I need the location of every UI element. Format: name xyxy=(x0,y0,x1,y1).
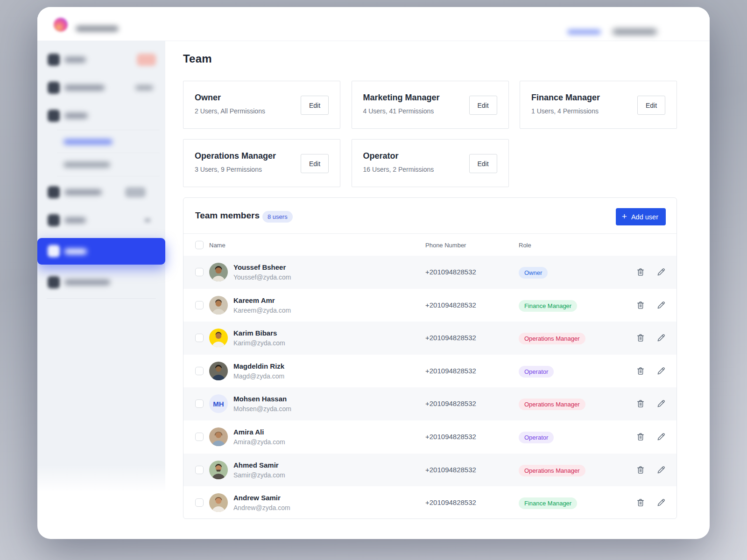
row-checkbox[interactable] xyxy=(195,466,204,474)
delete-user-icon[interactable] xyxy=(636,432,645,441)
edit-role-button[interactable]: Edit xyxy=(637,96,665,115)
table-row: Andrew Samir Andrew@zyda.com +2010948285… xyxy=(183,486,677,519)
row-checkbox[interactable] xyxy=(195,334,204,342)
edit-role-button[interactable]: Edit xyxy=(301,154,329,173)
member-phone: +201094828532 xyxy=(425,399,476,407)
avatar xyxy=(209,493,228,512)
page-title: Team xyxy=(183,52,677,65)
delete-user-icon[interactable] xyxy=(636,366,645,376)
role-summary: 16 Users, 2 Permissions xyxy=(363,166,434,173)
row-checkbox[interactable] xyxy=(195,301,204,309)
table-row: Ahmed Samir Samir@zyda.com +201094828532… xyxy=(183,454,677,487)
member-name: Karim Bibars xyxy=(233,329,277,337)
row-checkbox[interactable] xyxy=(195,399,204,408)
sidebar-item-3-icon xyxy=(48,110,60,122)
role-name: Marketing Manager xyxy=(363,93,440,103)
column-header-role: Role xyxy=(519,242,531,249)
edit-user-icon[interactable] xyxy=(656,399,666,408)
sidebar-item-selected[interactable] xyxy=(37,238,165,265)
member-name: Amira Ali xyxy=(233,428,264,436)
role-name: Finance Manager xyxy=(531,93,600,103)
brand-logo-icon xyxy=(54,18,68,32)
plus-icon: + xyxy=(622,212,627,221)
edit-role-button[interactable]: Edit xyxy=(469,154,497,173)
delete-user-icon[interactable] xyxy=(636,267,645,277)
role-name: Operator xyxy=(363,151,399,161)
edit-user-icon[interactable] xyxy=(656,267,666,277)
edit-role-button[interactable]: Edit xyxy=(301,96,329,115)
table-header-row: Name Phone Number Role xyxy=(183,233,677,256)
sidebar-subitem-active[interactable] xyxy=(57,130,160,153)
member-phone: +201094828532 xyxy=(425,466,476,474)
member-email: Magd@zyda.com xyxy=(233,372,284,380)
table-body: Youssef Bsheer Youssef@zyda.com +2010948… xyxy=(183,256,677,519)
table-row: Magdeldin Rizk Magd@zyda.com +2010948285… xyxy=(183,355,677,388)
table-row: Amira Ali Amira@zyda.com +201094828532 O… xyxy=(183,420,677,454)
sidebar xyxy=(37,41,165,492)
member-email: Mohsen@zyda.com xyxy=(233,405,291,413)
column-header-phone: Phone Number xyxy=(425,242,466,249)
member-name: Magdeldin Rizk xyxy=(233,362,284,370)
sidebar-item-3-label-blurred xyxy=(64,113,88,119)
column-header-name: Name xyxy=(209,242,226,249)
row-checkbox[interactable] xyxy=(195,268,204,276)
delete-user-icon[interactable] xyxy=(636,333,645,343)
sidebar-item-2-count-blurred xyxy=(135,85,153,90)
sidebar-item-7[interactable] xyxy=(37,268,165,296)
row-checkbox[interactable] xyxy=(195,367,204,375)
sidebar-item-5-label-blurred xyxy=(64,217,86,223)
team-members-header: Team members 8 users + Add user xyxy=(183,198,677,233)
role-badge: Operations Manager xyxy=(519,465,585,476)
select-all-checkbox[interactable] xyxy=(195,241,204,249)
edit-user-icon[interactable] xyxy=(656,301,666,310)
member-email: Samir@zyda.com xyxy=(233,471,285,479)
member-name: Mohsen Hassan xyxy=(233,395,287,403)
delete-user-icon[interactable] xyxy=(636,465,645,475)
member-name: Kareem Amr xyxy=(233,296,275,304)
sidebar-item-3[interactable] xyxy=(37,102,165,130)
sidebar-subitem-2-label-blurred xyxy=(63,162,110,168)
role-badge: Operations Manager xyxy=(519,333,585,344)
delete-user-icon[interactable] xyxy=(636,399,645,408)
topbar-link-secondary-blurred[interactable] xyxy=(613,29,657,35)
sidebar-item-1[interactable] xyxy=(37,46,165,74)
edit-user-icon[interactable] xyxy=(656,333,666,343)
edit-user-icon[interactable] xyxy=(656,465,666,475)
role-name: Owner xyxy=(195,93,221,103)
sidebar-item-5[interactable] xyxy=(37,206,165,234)
role-name: Operations Manager xyxy=(195,151,276,161)
row-checkbox[interactable] xyxy=(195,498,204,507)
member-phone: +201094828532 xyxy=(425,334,476,342)
sidebar-item-1-icon xyxy=(48,54,60,66)
team-members-title: Team members xyxy=(195,210,260,221)
sidebar-item-7-label-blurred xyxy=(64,280,110,285)
row-checkbox[interactable] xyxy=(195,433,204,441)
sidebar-item-7-icon xyxy=(48,276,60,288)
role-badge: Operator xyxy=(519,432,554,443)
edit-role-button[interactable]: Edit xyxy=(469,96,497,115)
member-name: Youssef Bsheer xyxy=(233,263,286,271)
sidebar-item-5-icon xyxy=(48,214,60,226)
edit-user-icon[interactable] xyxy=(656,498,666,507)
add-user-button[interactable]: + Add user xyxy=(616,208,666,225)
sidebar-subitem-2[interactable] xyxy=(57,153,160,176)
sidebar-submenu xyxy=(37,130,165,176)
member-email: Kareem@zyda.com xyxy=(233,307,291,314)
sidebar-item-4-label-blurred xyxy=(64,189,102,195)
sidebar-item-1-label-blurred xyxy=(64,57,86,63)
topbar-link-primary-blurred[interactable] xyxy=(567,29,601,35)
role-card-operator: Operator 16 Users, 2 Permissions Edit xyxy=(352,139,509,187)
sidebar-item-4[interactable] xyxy=(37,178,165,206)
edit-user-icon[interactable] xyxy=(656,432,666,441)
table-row: MH Mohsen Hassan Mohsen@zyda.com +201094… xyxy=(183,387,677,420)
edit-user-icon[interactable] xyxy=(656,366,666,376)
member-phone: +201094828532 xyxy=(425,367,476,375)
delete-user-icon[interactable] xyxy=(636,498,645,507)
role-summary: 2 Users, All Permissions xyxy=(195,107,265,115)
topbar xyxy=(37,7,710,41)
role-cards: Owner 2 Users, All Permissions Edit Mark… xyxy=(183,81,677,187)
delete-user-icon[interactable] xyxy=(636,301,645,310)
sidebar-item-2[interactable] xyxy=(37,74,165,102)
sidebar-item-1-badge xyxy=(137,54,156,66)
member-email: Andrew@zyda.com xyxy=(233,504,290,511)
